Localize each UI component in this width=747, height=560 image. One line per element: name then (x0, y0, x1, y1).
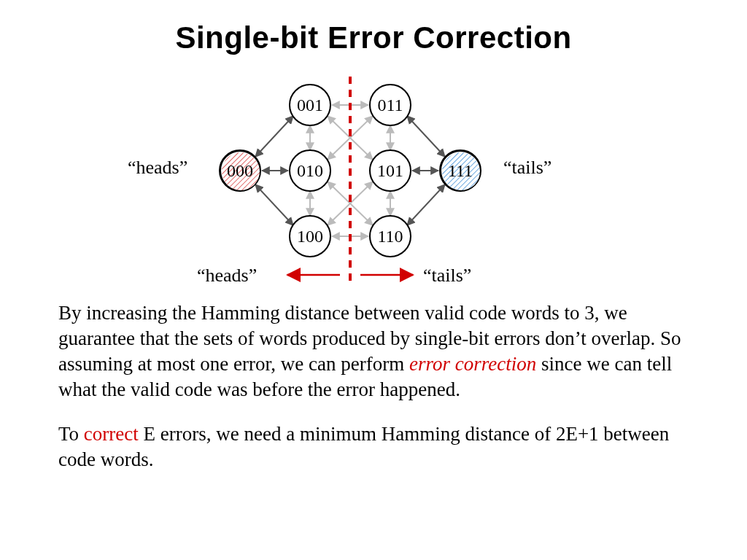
p2-a: To (58, 423, 84, 445)
label-heads-bottom: “heads” (197, 265, 257, 287)
node-100: 100 (289, 215, 331, 257)
node-label: 111 (448, 161, 473, 181)
node-label: 101 (377, 161, 403, 181)
node-101: 101 (369, 149, 411, 192)
label-heads-top: “heads” (128, 157, 187, 179)
node-000: 000 (219, 149, 261, 192)
node-111: 111 (439, 149, 481, 192)
p2-red: correct (84, 423, 139, 445)
paragraph-1: By increasing the Hamming distance betwe… (58, 300, 693, 402)
page-title: Single-bit Error Correction (0, 20, 747, 55)
body-text: By increasing the Hamming distance betwe… (58, 300, 693, 492)
node-label: 001 (297, 96, 323, 115)
slide: Single-bit Error Correction (0, 0, 747, 560)
node-label: 000 (227, 161, 253, 181)
p2-b: E errors, we need a minimum Hamming dist… (58, 423, 669, 470)
label-tails-bottom: “tails” (423, 265, 471, 287)
hamming-diagram: 000 001 010 100 011 101 110 111 “heads” … (124, 77, 623, 281)
node-label: 011 (377, 96, 403, 115)
node-label: 010 (297, 161, 323, 181)
node-label: 100 (297, 227, 323, 246)
p1-em: error correction (409, 353, 536, 375)
node-001: 001 (289, 84, 331, 126)
paragraph-2: To correct E errors, we need a minimum H… (58, 421, 693, 472)
label-tails-top: “tails” (503, 157, 551, 179)
node-110: 110 (369, 215, 411, 257)
node-label: 110 (377, 227, 403, 246)
node-010: 010 (289, 149, 331, 192)
node-011: 011 (369, 84, 411, 126)
